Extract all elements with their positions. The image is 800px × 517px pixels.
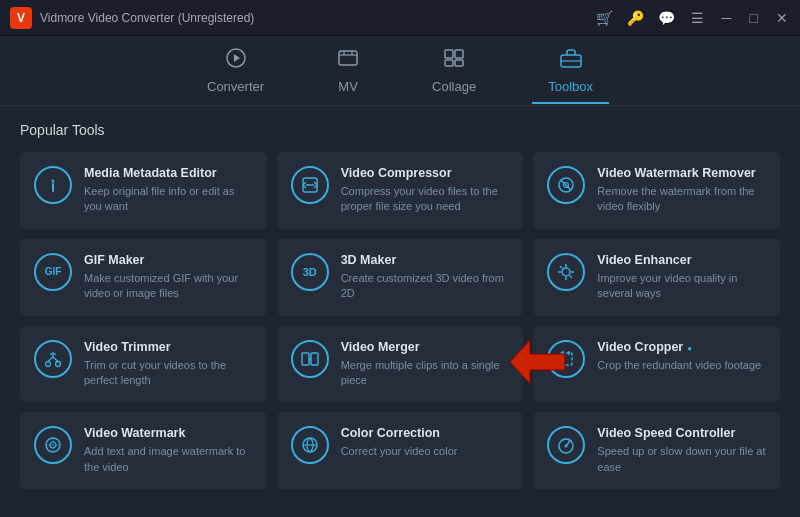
video-watermark-text: Video Watermark Add text and image water…	[84, 426, 253, 475]
video-speed-controller-icon	[547, 426, 585, 464]
tool-video-merger[interactable]: Video Merger Merge multiple clips into a…	[277, 326, 524, 403]
svg-point-27	[56, 361, 61, 366]
video-enhancer-text: Video Enhancer Improve your video qualit…	[597, 253, 766, 302]
tool-desc: Compress your video files to the proper …	[341, 184, 510, 215]
tool-name: Video Cropper	[597, 340, 683, 354]
media-metadata-editor-text: Media Metadata Editor Keep original file…	[84, 166, 253, 215]
tab-converter[interactable]: Converter	[191, 39, 280, 102]
svg-point-47	[565, 445, 568, 448]
tool-name: Media Metadata Editor	[84, 166, 253, 180]
toolbox-icon	[559, 47, 583, 75]
close-button[interactable]: ✕	[774, 10, 790, 26]
tool-media-metadata-editor[interactable]: Media Metadata Editor Keep original file…	[20, 152, 267, 229]
tool-desc: Add text and image watermark to the vide…	[84, 444, 253, 475]
video-merger-text: Video Merger Merge multiple clips into a…	[341, 340, 510, 389]
app-logo: V	[10, 7, 32, 29]
nav-tabs: Converter MV Collage	[0, 36, 800, 106]
tool-video-watermark-remover[interactable]: Video Watermark Remover Remove the water…	[533, 152, 780, 229]
tool-video-trimmer[interactable]: Video Trimmer Trim or cut your videos to…	[20, 326, 267, 403]
tool-desc: Correct your video color	[341, 444, 510, 459]
tool-desc: Make customized GIF with your video or i…	[84, 271, 253, 302]
maximize-button[interactable]: □	[748, 10, 760, 26]
svg-rect-32	[302, 353, 309, 365]
svg-rect-8	[445, 60, 453, 66]
tool-gif-maker[interactable]: GIF GIF Maker Make customized GIF with y…	[20, 239, 267, 316]
video-watermark-remover-text: Video Watermark Remover Remove the water…	[597, 166, 766, 215]
tool-3d-maker[interactable]: 3D 3D Maker Create customized 3D video f…	[277, 239, 524, 316]
svg-rect-9	[455, 60, 463, 66]
title-bar: V Vidmore Video Converter (Unregistered)…	[0, 0, 800, 36]
tool-desc: Crop the redundant video footage	[597, 358, 766, 373]
video-watermark-icon	[34, 426, 72, 464]
converter-icon	[224, 47, 248, 75]
tool-name: 3D Maker	[341, 253, 510, 267]
tab-toolbox[interactable]: Toolbox	[532, 39, 609, 102]
video-trimmer-text: Video Trimmer Trim or cut your videos to…	[84, 340, 253, 389]
tab-mv[interactable]: MV	[320, 39, 376, 102]
svg-point-26	[46, 361, 51, 366]
3d-maker-text: 3D Maker Create customized 3D video from…	[341, 253, 510, 302]
tool-color-correction[interactable]: Color Correction Correct your video colo…	[277, 412, 524, 489]
content-area: Popular Tools Media Metadata Editor Keep…	[0, 106, 800, 517]
tool-name: Video Watermark Remover	[597, 166, 766, 180]
key-icon[interactable]: 🔑	[627, 10, 644, 26]
tool-video-speed-controller[interactable]: Video Speed Controller Speed up or slow …	[533, 412, 780, 489]
tool-desc: Improve your video quality in several wa…	[597, 271, 766, 302]
tool-desc: Remove the watermark from the video flex…	[597, 184, 766, 215]
svg-line-28	[48, 357, 53, 362]
color-correction-icon	[291, 426, 329, 464]
title-bar-right: 🛒 🔑 💬 ☰ ─ □ ✕	[596, 10, 790, 26]
tool-name: Video Enhancer	[597, 253, 766, 267]
svg-rect-6	[445, 50, 453, 58]
tool-name: Video Compressor	[341, 166, 510, 180]
svg-line-29	[53, 357, 58, 362]
tab-converter-label: Converter	[207, 79, 264, 94]
gif-maker-icon: GIF	[34, 253, 72, 291]
tab-collage-label: Collage	[432, 79, 476, 94]
svg-line-25	[570, 275, 573, 278]
color-correction-text: Color Correction Correct your video colo…	[341, 426, 510, 459]
svg-rect-7	[455, 50, 463, 58]
tools-grid: Media Metadata Editor Keep original file…	[20, 152, 780, 489]
tool-desc: Create customized 3D video from 2D	[341, 271, 510, 302]
video-merger-icon	[291, 340, 329, 378]
svg-rect-2	[339, 51, 357, 65]
tab-mv-label: MV	[338, 79, 358, 94]
menu-icon[interactable]: ☰	[689, 10, 706, 26]
tool-video-enhancer[interactable]: Video Enhancer Improve your video qualit…	[533, 239, 780, 316]
tool-name: Video Speed Controller	[597, 426, 766, 440]
cart-icon[interactable]: 🛒	[596, 10, 613, 26]
tool-desc: Keep original file info or edit as you w…	[84, 184, 253, 215]
svg-rect-33	[311, 353, 318, 365]
video-watermark-remover-icon	[547, 166, 585, 204]
collage-icon	[442, 47, 466, 75]
red-arrow-annotation	[510, 340, 565, 388]
media-metadata-editor-icon	[34, 166, 72, 204]
minimize-button[interactable]: ─	[720, 10, 734, 26]
title-bar-title: Vidmore Video Converter (Unregistered)	[40, 11, 254, 25]
tool-name: Color Correction	[341, 426, 510, 440]
svg-point-19	[562, 268, 570, 276]
tool-name: Video Trimmer	[84, 340, 253, 354]
video-enhancer-icon	[547, 253, 585, 291]
video-compressor-text: Video Compressor Compress your video fil…	[341, 166, 510, 215]
video-speed-controller-text: Video Speed Controller Speed up or slow …	[597, 426, 766, 475]
tab-collage[interactable]: Collage	[416, 39, 492, 102]
tool-video-watermark[interactable]: Video Watermark Add text and image water…	[20, 412, 267, 489]
svg-line-24	[560, 266, 563, 269]
tool-video-compressor[interactable]: Video Compressor Compress your video fil…	[277, 152, 524, 229]
tool-desc: Merge multiple clips into a single piece	[341, 358, 510, 389]
tab-toolbox-label: Toolbox	[548, 79, 593, 94]
tool-video-cropper[interactable]: Video Cropper ● Crop the redundant video…	[533, 326, 780, 403]
video-compressor-icon	[291, 166, 329, 204]
chat-icon[interactable]: 💬	[658, 10, 675, 26]
tool-desc: Speed up or slow down your file at ease	[597, 444, 766, 475]
tool-name: Video Merger	[341, 340, 510, 354]
section-title: Popular Tools	[20, 122, 780, 138]
svg-point-12	[52, 180, 55, 183]
mv-icon	[336, 47, 360, 75]
tool-name: GIF Maker	[84, 253, 253, 267]
tool-name: Video Watermark	[84, 426, 253, 440]
gif-maker-text: GIF Maker Make customized GIF with your …	[84, 253, 253, 302]
svg-marker-35	[510, 340, 565, 384]
